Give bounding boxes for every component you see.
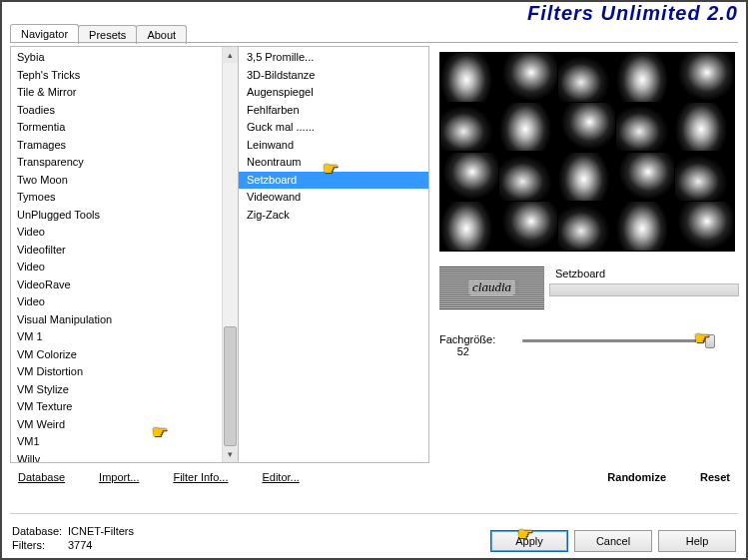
tab-navigator[interactable]: Navigator	[10, 24, 79, 43]
list-item[interactable]: VM Texture	[11, 398, 222, 416]
list-item[interactable]: VM Weird	[11, 416, 222, 434]
filters-label: Filters:	[12, 538, 68, 552]
list-item[interactable]: Tymoes	[11, 189, 222, 207]
list-item[interactable]: Tile & Mirror	[11, 84, 222, 102]
db-value: ICNET-Filters	[68, 525, 134, 537]
filters-value: 3774	[68, 539, 92, 551]
editor-link[interactable]: Editor...	[260, 467, 301, 487]
preview-cell	[675, 153, 733, 202]
watermark-box: claudia	[439, 266, 544, 309]
scroll-down-icon[interactable]: ▾	[223, 446, 238, 462]
list-item[interactable]: VM 1	[11, 328, 222, 346]
list-item[interactable]: Tramages	[11, 137, 222, 155]
list-item[interactable]: Leinwand	[239, 137, 428, 155]
preview-cell	[440, 153, 498, 202]
slider-area: Fachgröße: 52	[439, 333, 738, 357]
preview-cell	[558, 53, 616, 102]
preview-cell	[440, 103, 498, 152]
list-item[interactable]: Setzboard	[239, 172, 428, 190]
list-item[interactable]: VM Stylize	[11, 381, 222, 399]
database-link[interactable]: Database	[16, 467, 67, 487]
preview-area	[439, 52, 738, 252]
content-area: SybiaTeph's TricksTile & MirrorToadiesTo…	[10, 46, 738, 510]
footer-buttons: Apply Cancel Help	[490, 530, 736, 552]
filter-list[interactable]: 3,5 Promille...3D-BildstanzeAugenspiegel…	[238, 46, 429, 463]
list-item[interactable]: Neontraum	[239, 154, 428, 172]
list-item[interactable]: Tormentia	[11, 119, 222, 137]
list-item[interactable]: Guck mal ......	[239, 119, 428, 137]
list-item[interactable]: Video	[11, 224, 222, 242]
list-item[interactable]: Two Moon	[11, 172, 222, 190]
list-item[interactable]: Video	[11, 293, 222, 311]
list-item[interactable]: VM Colorize	[11, 346, 222, 364]
apply-button[interactable]: Apply	[490, 530, 568, 552]
list-item[interactable]: Videofilter	[11, 242, 222, 260]
filter-progress-bar	[549, 283, 739, 296]
list-item[interactable]: 3D-Bildstanze	[239, 67, 428, 85]
preview-cell	[616, 153, 674, 202]
help-button[interactable]: Help	[658, 530, 736, 552]
preview-cell	[440, 202, 498, 251]
list-item[interactable]: VM Distortion	[11, 363, 222, 381]
preview-cell	[616, 53, 674, 102]
list-item[interactable]: VideoRave	[11, 277, 222, 294]
filter-info-link[interactable]: Filter Info...	[171, 467, 230, 487]
cancel-button[interactable]: Cancel	[574, 530, 652, 552]
preview-grid	[439, 52, 735, 252]
list-item[interactable]: 3,5 Promille...	[239, 49, 428, 67]
category-list[interactable]: SybiaTeph's TricksTile & MirrorToadiesTo…	[10, 46, 238, 463]
list-item[interactable]: Toadies	[11, 102, 222, 120]
list-item[interactable]: Videowand	[239, 189, 428, 207]
list-item[interactable]: Visual Manipulation	[11, 311, 222, 329]
db-label: Database:	[12, 524, 68, 538]
list-item[interactable]: VM1	[11, 433, 222, 451]
randomize-link[interactable]: Randomize	[605, 467, 668, 487]
slider-value: 52	[445, 345, 469, 357]
app-window: Filters Unlimited 2.0 Navigator Presets …	[0, 0, 748, 560]
preview-cell	[616, 202, 674, 251]
preview-cell	[558, 202, 616, 251]
app-title: Filters Unlimited 2.0	[527, 2, 738, 25]
preview-cell	[499, 53, 557, 102]
import-link[interactable]: Import...	[97, 467, 141, 487]
preview-cell	[675, 103, 733, 152]
preview-cell	[499, 153, 557, 202]
preview-cell	[675, 202, 733, 251]
reset-link[interactable]: Reset	[698, 467, 732, 487]
slider-track[interactable]	[522, 339, 710, 342]
scroll-thumb[interactable]	[224, 326, 237, 446]
preview-cell	[675, 53, 733, 102]
footer: Database:ICNET-Filters Filters:3774 Appl…	[12, 524, 736, 552]
preview-cell	[440, 53, 498, 102]
toolbar-row: Database Import... Filter Info... Editor…	[16, 467, 732, 487]
preview-cell	[558, 103, 616, 152]
list-item[interactable]: Sybia	[11, 49, 222, 67]
slider-thumb[interactable]	[705, 334, 715, 348]
list-item[interactable]: Zig-Zack	[239, 207, 428, 225]
footer-divider	[10, 513, 738, 514]
category-scrollbar[interactable]: ▴ ▾	[222, 47, 238, 462]
preview-cell	[499, 202, 557, 251]
list-item[interactable]: Augenspiegel	[239, 84, 428, 102]
list-item[interactable]: Video	[11, 259, 222, 277]
list-item[interactable]: Fehlfarben	[239, 102, 428, 120]
preview-cell	[499, 103, 557, 152]
slider-label: Fachgröße:	[439, 333, 519, 345]
preview-cell	[616, 103, 674, 152]
tab-border	[10, 42, 738, 43]
list-item[interactable]: UnPlugged Tools	[11, 207, 222, 225]
footer-info: Database:ICNET-Filters Filters:3774	[12, 524, 134, 552]
list-item[interactable]: Teph's Tricks	[11, 67, 222, 85]
scroll-up-icon[interactable]: ▴	[223, 47, 238, 63]
tab-strip: Navigator Presets About	[10, 24, 186, 43]
preview-cell	[558, 153, 616, 202]
selected-filter-name: Setzboard	[549, 266, 738, 281]
list-item[interactable]: Transparency	[11, 154, 222, 172]
list-item[interactable]: Willy	[11, 451, 222, 464]
filter-name-box: Setzboard	[549, 266, 738, 309]
watermark-text: claudia	[468, 280, 515, 295]
